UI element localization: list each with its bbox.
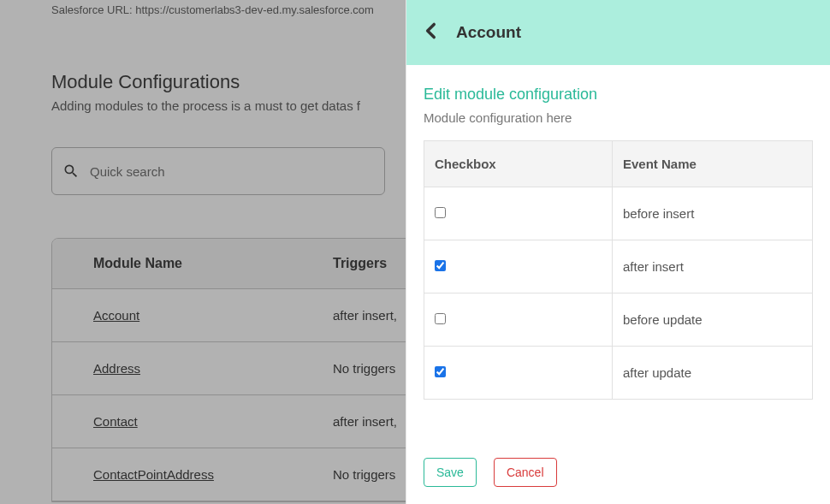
col-header-checkbox: Checkbox [424,141,613,187]
back-icon[interactable] [420,20,442,45]
panel-subtitle: Module configuration here [424,110,813,125]
event-name: after insert [613,240,813,294]
panel-body: Edit module configuration Module configu… [406,65,830,441]
save-button[interactable]: Save [424,458,477,487]
col-header-event: Event Name [613,141,813,187]
event-table: Checkbox Event Name before insert after … [424,140,813,400]
event-checkbox[interactable] [435,366,446,377]
table-row: before insert [424,187,813,240]
table-row: after update [424,347,813,400]
table-row: after insert [424,240,813,294]
panel-title: Account [456,23,521,42]
event-name: before insert [613,187,813,240]
event-name: after update [613,347,813,400]
table-row: before update [424,294,813,347]
event-checkbox[interactable] [435,260,446,271]
event-checkbox[interactable] [435,207,446,218]
panel-header: Account [406,0,830,65]
edit-module-panel: Account Edit module configuration Module… [406,0,830,504]
event-name: before update [613,294,813,347]
panel-actions: Save Cancel [406,441,830,504]
panel-heading: Edit module configuration [424,86,813,104]
cancel-button[interactable]: Cancel [494,458,557,487]
event-checkbox[interactable] [435,313,446,324]
